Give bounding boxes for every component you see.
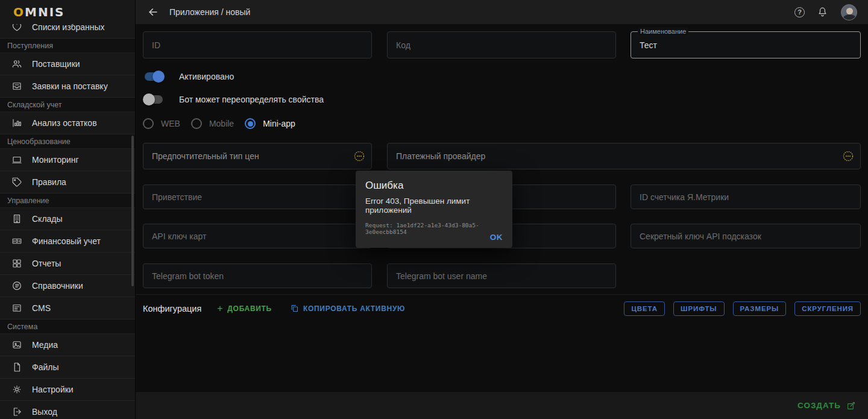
add-configuration-button[interactable]: + ДОБАВИТЬ: [217, 303, 272, 314]
notifications-bell-icon[interactable]: [817, 6, 829, 18]
sidebar-item-label: Склады: [32, 214, 63, 224]
sidebar-item-label: Правила: [32, 177, 66, 187]
radio-web-circle: [143, 118, 154, 129]
sidebar-item-label: Мониторинг: [32, 155, 79, 165]
plus-icon: +: [217, 303, 223, 314]
payment-provider-select[interactable]: Платежный провайдер: [387, 143, 861, 169]
code-field[interactable]: [387, 31, 616, 58]
sidebar-item-reports[interactable]: Отчеты: [0, 253, 135, 275]
omnis-logo: OMNIS: [13, 5, 65, 19]
config-buttons: ЦВЕТА ШРИФТЫ РАЗМЕРЫ СКРУГЛЕНИЯ: [624, 301, 861, 316]
radio-mini-app-circle: [245, 118, 256, 129]
copy-icon: [290, 304, 299, 313]
back-arrow-icon[interactable]: [146, 5, 160, 19]
tg-token-field[interactable]: [143, 263, 372, 288]
activated-toggle-row[interactable]: Активировано: [143, 71, 234, 83]
sidebar-section-system: Система: [0, 320, 135, 334]
monitor-icon: [11, 154, 23, 166]
error-dialog-title: Ошибка: [365, 180, 503, 192]
bot-override-label: Бот может переопределять свойства: [179, 95, 324, 104]
id-input[interactable]: [143, 32, 371, 58]
suggest-key-field[interactable]: [631, 224, 861, 248]
fonts-button[interactable]: ШРИФТЫ: [673, 301, 725, 316]
section-label: Поступления: [7, 42, 53, 50]
sidebar-section-receipts: Поступления: [0, 39, 135, 53]
sidebar-item-supply-requests[interactable]: Заявки на поставку: [0, 75, 135, 98]
grid-icon: [11, 257, 23, 269]
maps-key-input[interactable]: [143, 224, 371, 248]
sidebar-item-settings[interactable]: Настройки: [0, 379, 135, 401]
money-icon: [11, 235, 23, 247]
colors-button[interactable]: ЦВЕТА: [624, 301, 664, 316]
sidebar-item-label: Заявки на поставку: [32, 81, 108, 91]
sidebar-item-stock-analysis[interactable]: Анализ остатков: [0, 112, 135, 134]
section-label: Складской учет: [7, 101, 61, 109]
gear-icon: [11, 383, 23, 395]
inbox-icon: [11, 80, 23, 92]
create-button[interactable]: СОЗДАТЬ: [797, 401, 856, 411]
name-input[interactable]: [631, 32, 860, 58]
create-edit-icon: [846, 401, 856, 411]
sizes-button[interactable]: РАЗМЕРЫ: [733, 301, 787, 316]
price-type-select[interactable]: Предпочтительный тип цен: [143, 143, 372, 169]
tag-icon: [11, 176, 23, 188]
radio-mini-app[interactable]: Mini-app: [245, 118, 295, 129]
sidebar: OMNIS Списки избранных Поступления Поста…: [0, 0, 136, 419]
sidebar-item-label: Финансовый учет: [32, 236, 101, 246]
sidebar-item-directories[interactable]: Справочники: [0, 275, 135, 297]
user-avatar[interactable]: [841, 4, 857, 20]
sidebar-item-label: Настройки: [32, 385, 74, 394]
sidebar-item-cms[interactable]: CMS: [0, 297, 135, 320]
bot-override-toggle-row[interactable]: Бот может переопределять свойства: [143, 93, 324, 106]
section-label: Управление: [7, 197, 49, 205]
platform-radio-group: WEB Mobile Mini-app: [143, 118, 295, 129]
id-field[interactable]: [143, 31, 372, 58]
activated-label: Активировано: [179, 72, 234, 81]
heart-icon: [11, 24, 23, 33]
sidebar-section-warehouse-accounting: Складской учет: [0, 98, 135, 112]
ok-button[interactable]: OK: [490, 233, 503, 242]
sidebar-item-label: Списки избранных: [32, 24, 105, 32]
ellipsis-circle-icon[interactable]: [842, 150, 854, 162]
help-icon[interactable]: ?: [794, 7, 805, 17]
radio-mobile[interactable]: Mobile: [191, 118, 234, 129]
logo-o: O: [13, 5, 25, 19]
copy-label: КОПИРОВАТЬ АКТИВНУЮ: [303, 304, 405, 313]
bottom-action-bar: СОЗДАТЬ: [136, 392, 868, 419]
bot-override-switch[interactable]: [143, 93, 165, 106]
radio-web[interactable]: WEB: [143, 118, 180, 129]
radio-web-label: WEB: [161, 119, 180, 128]
suggest-key-input[interactable]: [631, 224, 860, 248]
file-icon: [11, 361, 23, 373]
greeting-input[interactable]: [143, 185, 371, 209]
sidebar-item-logout[interactable]: Выход: [0, 401, 135, 419]
add-label: ДОБАВИТЬ: [227, 304, 272, 313]
radio-mobile-circle: [191, 118, 202, 129]
tg-username-input[interactable]: [388, 264, 615, 288]
sidebar-item-suppliers[interactable]: Поставщики: [0, 53, 135, 75]
sidebar-item-files[interactable]: Файлы: [0, 356, 135, 379]
metrika-input[interactable]: [631, 185, 860, 209]
greeting-field[interactable]: [143, 184, 372, 209]
sidebar-section-management: Управление: [0, 194, 135, 208]
activated-switch[interactable]: [143, 71, 165, 83]
sidebar-item-monitoring[interactable]: Мониторинг: [0, 149, 135, 171]
sidebar-item-favorites-lists[interactable]: Списки избранных: [0, 24, 135, 39]
ellipsis-circle-icon[interactable]: [353, 150, 365, 162]
roundings-button[interactable]: СКРУГЛЕНИЯ: [794, 301, 861, 316]
copy-active-configuration-button[interactable]: КОПИРОВАТЬ АКТИВНУЮ: [290, 304, 405, 313]
sidebar-item-warehouses[interactable]: Склады: [0, 208, 135, 230]
tg-username-field[interactable]: [387, 263, 616, 288]
sidebar-item-media[interactable]: Медиа: [0, 334, 135, 356]
maps-key-field[interactable]: [143, 224, 372, 248]
radio-mobile-label: Mobile: [209, 119, 234, 128]
sidebar-item-financial-accounting[interactable]: Финансовый учет: [0, 230, 135, 253]
sidebar-item-rules[interactable]: Правила: [0, 171, 135, 194]
tg-token-input[interactable]: [143, 264, 371, 288]
metrika-field[interactable]: [631, 184, 861, 209]
sidebar-item-label: Файлы: [32, 362, 58, 372]
code-input[interactable]: [388, 32, 615, 58]
payment-provider-placeholder: Платежный провайдер: [388, 151, 485, 161]
sidebar-scrollbar[interactable]: [131, 136, 134, 286]
name-field[interactable]: Наименование: [631, 31, 861, 58]
